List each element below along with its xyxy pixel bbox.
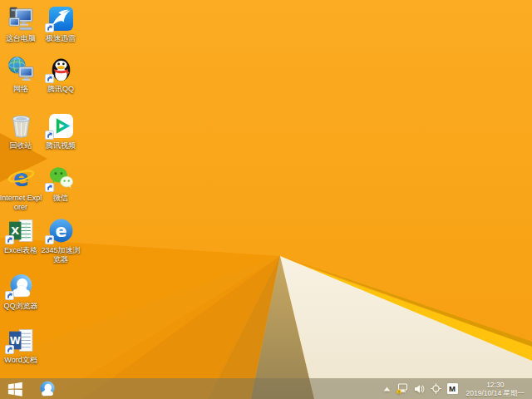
excel-icon: X <box>7 216 35 244</box>
desktop-icon-label: 回收站 <box>10 141 32 150</box>
desktop-icon-word[interactable]: W Word文档 <box>0 326 42 365</box>
show-hidden-icons-button[interactable] <box>383 387 391 392</box>
network-globe-icon <box>7 55 35 83</box>
desktop-icon-label: 2345加速浏览器 <box>39 246 82 264</box>
desktop-icon-label: Excel表格 <box>4 246 37 255</box>
desktop-icon-wechat[interactable]: 微信 <box>39 164 82 203</box>
svg-text:e: e <box>55 221 66 241</box>
shortcut-arrow-icon <box>5 235 14 244</box>
desktop-icon-qq-browser[interactable]: QQ浏览器 <box>0 272 42 311</box>
desktop-icon-this-pc[interactable]: 这台电脑 <box>0 4 42 43</box>
desktop-icon-recycle-bin[interactable]: 回收站 <box>0 111 42 150</box>
shortcut-arrow-icon <box>45 74 54 83</box>
word-icon: W <box>7 326 35 354</box>
desktop-icon-2345-browser[interactable]: e 2345加速浏览器 <box>39 216 82 264</box>
qq-penguin-icon <box>47 55 75 83</box>
system-tray: ! M 12:30 2019/10/14 星期一 <box>383 381 532 397</box>
desktop-icon-excel[interactable]: X Excel表格 <box>0 216 42 255</box>
clock-time: 12:30 <box>466 381 525 389</box>
shortcut-arrow-icon <box>45 235 54 244</box>
recycle-bin-icon <box>7 111 35 140</box>
safely-remove-hardware-icon[interactable] <box>431 383 441 394</box>
shortcut-arrow-icon <box>5 345 14 354</box>
desktop: { "desktop": { "icons": [ {"name": "this… <box>0 0 532 399</box>
network-status-icon[interactable]: ! <box>397 383 408 394</box>
tencent-video-play-icon <box>47 111 75 140</box>
volume-icon[interactable] <box>414 384 425 394</box>
wechat-bubbles-icon <box>47 164 75 192</box>
desktop-icon-tencent-qq[interactable]: 腾讯QQ <box>39 55 82 94</box>
internet-explorer-icon: e <box>7 164 35 192</box>
desktop-icon-label: Word文档 <box>4 356 37 365</box>
xunlei-bird-icon <box>47 4 75 32</box>
start-button[interactable] <box>0 378 30 399</box>
desktop-icon-label: 网络 <box>13 85 28 94</box>
desktop-icon-internet-explorer[interactable]: e Internet Explorer <box>0 164 42 211</box>
desktop-icon-label: 极速迅雷 <box>46 34 76 43</box>
chevron-up-icon <box>383 387 391 392</box>
2345-browser-icon: e <box>47 216 75 244</box>
taskbar-clock[interactable]: 12:30 2019/10/14 星期一 <box>464 381 527 397</box>
desktop-icon-tencent-video[interactable]: 腾讯视频 <box>39 111 82 150</box>
ime-indicator[interactable]: M <box>447 383 458 394</box>
shortcut-arrow-icon <box>45 131 54 140</box>
taskbar: ! M 12:30 2019/10/14 星期一 <box>0 378 532 399</box>
desktop-icon-label: 这台电脑 <box>6 34 36 43</box>
desktop-icon-label: 腾讯视频 <box>46 141 76 150</box>
clock-date: 2019/10/14 星期一 <box>466 389 525 397</box>
qq-browser-icon <box>38 380 57 398</box>
shortcut-arrow-icon <box>5 291 14 300</box>
desktop-icon-label: Internet Explorer <box>0 194 42 211</box>
shortcut-arrow-icon <box>45 23 54 32</box>
shortcut-arrow-icon <box>45 183 54 192</box>
desktop-icon-label: 腾讯QQ <box>47 85 74 94</box>
desktop-icon-label: 微信 <box>53 194 68 203</box>
qq-browser-icon <box>7 272 35 300</box>
desktop-icon-network[interactable]: 网络 <box>0 55 42 94</box>
svg-text:!: ! <box>398 390 400 394</box>
desktop-icon-xunlei-speed[interactable]: 极速迅雷 <box>39 4 82 43</box>
this-pc-icon <box>7 4 35 32</box>
desktop-icon-label: QQ浏览器 <box>3 302 37 311</box>
windows-logo-icon <box>7 381 24 397</box>
taskbar-qq-browser-button[interactable] <box>33 378 62 399</box>
